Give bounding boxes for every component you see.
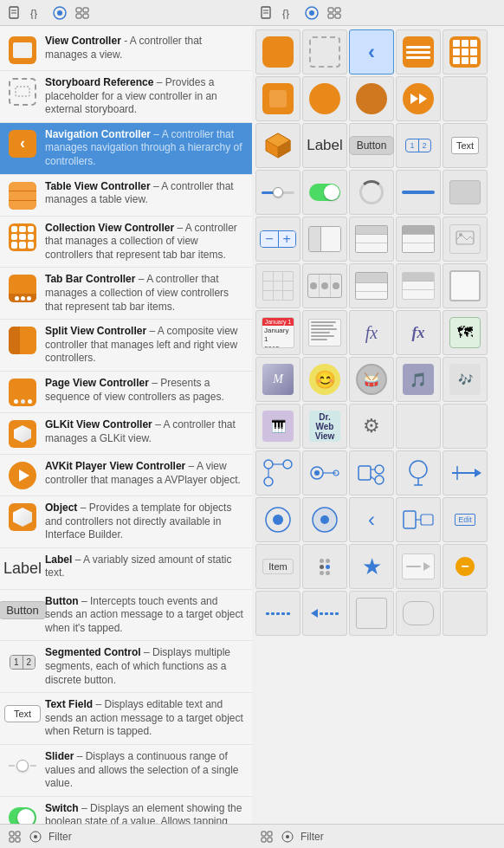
right-filter-bottom-icon[interactable] <box>280 829 295 845</box>
grid-cell-dashes1[interactable] <box>255 591 300 636</box>
grid-cell-split[interactable] <box>302 217 347 262</box>
right-grid-bottom-icon[interactable] <box>259 829 275 845</box>
grid-cell-dashed[interactable] <box>302 29 347 74</box>
grid-cell-box[interactable] <box>443 263 488 308</box>
grid-cell-map[interactable]: 🗺 <box>443 310 488 355</box>
seg-grid-icon: 1 2 <box>405 139 430 152</box>
list-item-navigation-controller[interactable]: ‹ Navigation Controller – A controller t… <box>0 123 252 175</box>
grid-cell-connect3[interactable] <box>349 450 394 495</box>
right-toolbar-code-icon[interactable]: {} <box>281 5 297 21</box>
list-item-textfield[interactable]: Text Text Field – Displays editable text… <box>0 693 252 745</box>
grid-cell-drkit[interactable]: 🎶 <box>443 357 488 402</box>
grid-cell-tabbar[interactable] <box>302 263 347 308</box>
grid-cell-table3[interactable] <box>349 263 394 308</box>
list-item[interactable]: Page View Controller – Presents a sequen… <box>0 372 252 413</box>
grid-cell-connect5[interactable] <box>443 450 488 495</box>
list-item[interactable]: Split View Controller – A composite view… <box>0 320 252 372</box>
grid-cell-page-dots[interactable] <box>349 217 394 262</box>
grid-cell-drview[interactable]: Dr. Web View <box>302 404 347 449</box>
left-toolbar-code-icon[interactable]: {} <box>29 5 45 21</box>
grid-cell-list[interactable] <box>396 29 441 74</box>
grid-cell-button[interactable]: Button <box>349 123 394 168</box>
svg-rect-12 <box>16 832 20 836</box>
grid-cell-orange-inner[interactable] <box>255 76 300 121</box>
grid-cell-empty3[interactable] <box>443 404 488 449</box>
grid-cell-metal[interactable]: M <box>255 357 300 402</box>
list-item[interactable]: Storyboard Reference – Provides a placeh… <box>0 71 252 123</box>
grid-cell-orange-circle[interactable] <box>302 76 347 121</box>
grid-cell-dashes2[interactable] <box>302 591 347 636</box>
grid-cell-fx2[interactable]: fx <box>396 310 441 355</box>
grid-cell-ff[interactable] <box>396 76 441 121</box>
grid-cell-drkit2[interactable]: 🎹 <box>255 404 300 449</box>
list-item[interactable]: Collection View Controller – A controlle… <box>0 217 252 269</box>
grid-cell-gray-rect[interactable] <box>443 170 488 215</box>
grid-cell-connect6[interactable] <box>396 497 441 542</box>
grid-cell-smile[interactable]: 😊 <box>302 357 347 402</box>
grid-cell-empty4[interactable] <box>443 591 488 636</box>
grid-cell-gear[interactable]: ⚙ <box>349 404 394 449</box>
grid-cell-spinner[interactable] <box>349 170 394 215</box>
list-item-slider[interactable]: Slider – Displays a continuous range of … <box>0 745 252 797</box>
grid-cell-drum[interactable]: 🥁 <box>349 357 394 402</box>
grid-cell-orange-circle2[interactable] <box>349 76 394 121</box>
grid-cell-img[interactable] <box>443 217 488 262</box>
grid-cell-item[interactable]: Item <box>255 544 300 589</box>
right-toolbar-file-icon[interactable] <box>259 5 275 21</box>
left-toolbar-circle-icon[interactable] <box>52 5 68 21</box>
grid-cell-circle-blue2[interactable] <box>302 497 347 542</box>
list-item[interactable]: GLKit View Controller – A controller tha… <box>0 413 252 455</box>
left-toolbar-file-icon[interactable] <box>7 5 23 21</box>
list-item-segmented[interactable]: 1 2 Segmented Control – Displays multipl… <box>0 641 252 693</box>
grid-cell-connect4[interactable] <box>396 450 441 495</box>
grid-cell-back-arrow[interactable]: ‹ <box>349 29 394 74</box>
list-item[interactable]: Tab Bar Controller – A controller that m… <box>0 268 252 320</box>
orange-circle2-icon <box>356 83 387 114</box>
grid-cell-rounded-rect2[interactable] <box>396 591 441 636</box>
grid-cell-3dbox[interactable] <box>255 123 300 168</box>
list-item[interactable]: View Controller - A controller that mana… <box>0 29 252 71</box>
grid-cell-connect1[interactable] <box>255 450 300 495</box>
grid-cell-grid[interactable] <box>443 29 488 74</box>
list-item-label[interactable]: Label Label – A variably sized amount of… <box>0 548 252 590</box>
grid-cell-grid-table[interactable] <box>255 263 300 308</box>
grid-cell-connect2[interactable] <box>302 450 347 495</box>
right-toolbar-circle-icon[interactable] <box>304 5 320 21</box>
list-item[interactable]: AVKit Player View Controller – A view co… <box>0 455 252 496</box>
grid-cell-back-arrow2[interactable]: ‹ <box>349 497 394 542</box>
grid-cell-empty-rect2[interactable] <box>349 591 394 636</box>
grid-cell-vc[interactable] <box>255 29 300 74</box>
grid-cell-text[interactable]: Text <box>443 123 488 168</box>
list-item-switch[interactable]: Switch – Displays an element showing the… <box>0 797 252 824</box>
grid-cell-disclosure[interactable] <box>396 544 441 589</box>
grid-bottom-icon[interactable] <box>7 829 23 845</box>
grid-cell-table2[interactable] <box>396 217 441 262</box>
grid-cell-date[interactable]: January 1 January 12015 <box>255 310 300 355</box>
grid-cell-switch[interactable] <box>302 170 347 215</box>
grid-cell-fx[interactable]: fx <box>349 310 394 355</box>
list-item[interactable]: Object – Provides a template for objects… <box>0 496 252 548</box>
list-item[interactable]: Table View Controller – A controller tha… <box>0 175 252 217</box>
grid-cell-drum2[interactable]: 🎵 <box>396 357 441 402</box>
left-toolbar-grid-icon[interactable] <box>74 5 90 21</box>
item-name: Table View Controller – A controller tha… <box>45 180 243 207</box>
grid-cell-lorem[interactable] <box>302 310 347 355</box>
list-item-button[interactable]: Button Button – Intercepts touch events … <box>0 590 252 642</box>
grid-cell-empty2[interactable] <box>396 404 441 449</box>
grid-cell-dots[interactable] <box>302 544 347 589</box>
grid-cell-star[interactable]: ★ <box>349 544 394 589</box>
list-icon <box>403 36 434 68</box>
grid-cell-stepper[interactable]: − + <box>255 217 300 262</box>
grid-cell-slider[interactable] <box>255 170 300 215</box>
grid-cell-edit[interactable]: Edit <box>443 497 488 542</box>
grid-cell-blue-slider[interactable] <box>396 170 441 215</box>
connect4-icon <box>402 457 435 489</box>
grid-cell-circle-blue[interactable] <box>255 497 300 542</box>
grid-cell-minus-badge[interactable]: − <box>443 544 488 589</box>
grid-cell-seg[interactable]: 1 2 <box>396 123 441 168</box>
grid-cell-label[interactable]: Label <box>302 123 347 168</box>
grid-cell-empty1[interactable] <box>443 76 488 121</box>
grid-cell-table4[interactable] <box>396 263 441 308</box>
right-toolbar-grid-icon[interactable] <box>326 5 342 21</box>
filter-bottom-icon[interactable] <box>28 829 43 845</box>
